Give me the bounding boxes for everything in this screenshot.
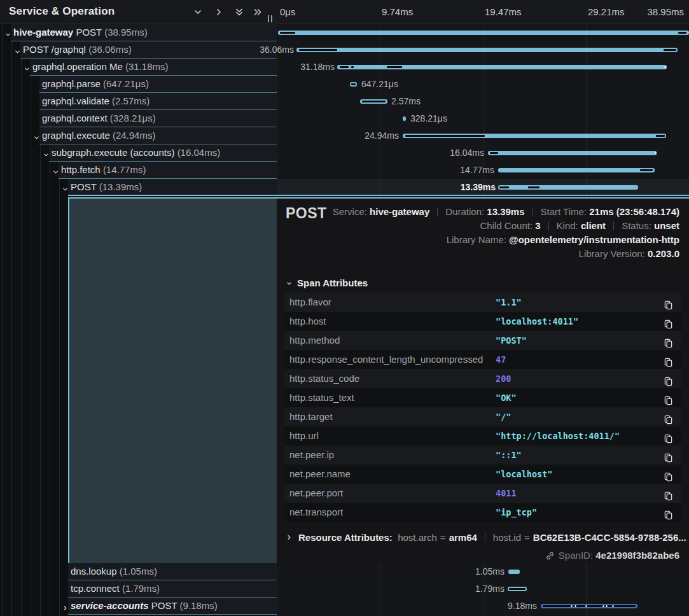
span-bar[interactable] xyxy=(360,99,387,104)
span-row[interactable]: POST /graphql (36.06ms)36.06ms xyxy=(0,41,689,59)
span-bar[interactable] xyxy=(403,134,666,138)
span-row[interactable]: subgraph.execute (accounts) (16.04ms)16.… xyxy=(0,144,689,162)
chevron-down-icon[interactable] xyxy=(14,46,21,53)
span-attributes-section-toggle[interactable]: Span Attributes xyxy=(286,277,368,288)
child-span-tick xyxy=(528,186,539,188)
span-bar[interactable] xyxy=(498,185,638,190)
attribute-key: http.flavor xyxy=(289,293,331,312)
span-duration: (38.95ms) xyxy=(104,27,148,38)
child-span-tick xyxy=(280,32,295,34)
span-row[interactable]: graphql.validate (2.57ms)2.57ms xyxy=(0,93,689,110)
attribute-key: http.target xyxy=(289,407,333,426)
resource-attribute-value: BC62E13B-C4CC-5854-9788-256... xyxy=(533,532,686,543)
span-row[interactable]: service-accounts POST (9.18ms)9.18ms xyxy=(0,598,689,615)
copy-icon[interactable] xyxy=(664,450,674,460)
bar-duration-label: 24.94ms xyxy=(365,127,399,144)
copy-icon[interactable] xyxy=(664,431,674,441)
span-name: graphql.context (328.21μs) xyxy=(42,110,156,127)
chevron-down-icon[interactable] xyxy=(24,64,31,71)
span-bar[interactable] xyxy=(278,31,689,35)
attribute-key: net.transport xyxy=(289,503,343,522)
child-span-tick xyxy=(299,49,337,51)
span-bar[interactable] xyxy=(508,587,527,591)
span-row[interactable]: http.fetch (14.77ms)14.77ms xyxy=(0,162,689,179)
child-span-tick xyxy=(499,186,509,188)
expand-all-icon[interactable] xyxy=(253,7,264,17)
span-row[interactable]: hive-gateway POST (38.95ms) xyxy=(0,24,689,41)
attribute-row: http.host"localhost:4011" xyxy=(284,312,681,331)
attribute-row: http.response_content_length_uncompresse… xyxy=(284,350,681,369)
copy-icon[interactable] xyxy=(664,374,674,384)
child-span-tick xyxy=(351,66,354,68)
copy-icon[interactable] xyxy=(664,297,674,307)
copy-icon[interactable] xyxy=(664,393,674,403)
chevron-down-icon[interactable] xyxy=(52,167,59,174)
bar-duration-label: 2.57ms xyxy=(391,93,421,110)
column-resize-handle[interactable] xyxy=(268,15,274,23)
bar-duration-label: 31.18ms xyxy=(300,59,335,76)
span-row[interactable]: graphql.context (328.21μs)328.21μs xyxy=(0,110,689,127)
span-bar[interactable] xyxy=(350,82,357,87)
span-name: graphql.parse (647.21μs) xyxy=(42,76,149,93)
span-bar[interactable] xyxy=(508,570,520,574)
span-bar[interactable] xyxy=(296,48,678,52)
span-attributes-table: http.flavor"1.1"http.host"localhost:4011… xyxy=(284,293,681,522)
collapse-all-icon[interactable] xyxy=(234,7,246,17)
attribute-row: http.status_text"OK" xyxy=(284,388,681,407)
span-bar[interactable] xyxy=(488,151,657,155)
span-name: graphql.execute (24.94ms) xyxy=(42,127,155,144)
span-row[interactable]: graphql.parse (647.21μs)647.21μs xyxy=(0,76,689,93)
span-bar[interactable] xyxy=(541,604,637,608)
span-name: POST (13.39ms) xyxy=(71,179,142,196)
operation-name: POST /graphql xyxy=(23,44,88,55)
chevron-down-icon[interactable] xyxy=(33,132,40,139)
span-bar[interactable] xyxy=(498,168,655,172)
collapse-one-icon[interactable] xyxy=(193,7,204,17)
copy-icon[interactable] xyxy=(664,507,674,517)
operation-name: graphql.validate xyxy=(42,95,112,106)
chevron-down-icon[interactable] xyxy=(62,184,69,191)
span-name: dns.lookup (1.05ms) xyxy=(71,563,157,580)
attribute-row: http.url"http://localhost:4011/" xyxy=(284,426,681,445)
span-row[interactable]: graphql.operation Me (31.18ms)31.18ms xyxy=(0,59,689,76)
child-span-tick xyxy=(656,135,665,137)
span-bar[interactable] xyxy=(337,65,667,69)
span-bar[interactable] xyxy=(403,116,406,121)
copy-icon[interactable] xyxy=(664,335,674,346)
expand-one-icon[interactable] xyxy=(214,7,225,17)
span-duration: (16.04ms) xyxy=(177,147,221,158)
resource-attributes-toggle[interactable]: Resource Attributes: host.arch=arm64host… xyxy=(286,532,686,543)
copy-icon[interactable] xyxy=(664,316,674,326)
copy-icon[interactable] xyxy=(664,354,674,365)
span-row[interactable]: POST (13.39ms)13.39ms xyxy=(0,179,689,196)
attribute-row: http.flavor"1.1" xyxy=(284,293,681,312)
span-row[interactable]: tcp.connect (1.79ms)1.79ms xyxy=(0,580,689,598)
chevron-down-icon[interactable] xyxy=(43,150,50,157)
attribute-value: "OK" xyxy=(496,388,517,407)
operation-name: tcp.connect xyxy=(71,583,122,594)
span-name: tcp.connect (1.79ms) xyxy=(71,580,160,598)
bar-duration-label: 1.05ms xyxy=(475,563,505,580)
child-span-dot xyxy=(602,605,604,607)
link-icon[interactable] xyxy=(545,551,555,561)
timeline-ruler[interactable]: 0μs9.74ms19.47ms29.21ms38.95ms xyxy=(277,0,689,24)
span-id: SpanID: 4e21998f3b82abe6 xyxy=(545,550,679,561)
copy-icon[interactable] xyxy=(664,469,674,479)
chevron-right-icon[interactable] xyxy=(62,603,69,610)
span-row[interactable]: dns.lookup (1.05ms)1.05ms xyxy=(0,563,689,580)
chevron-down-icon[interactable] xyxy=(4,29,11,36)
detail-meta-value: 21ms (23:56:48.174) xyxy=(589,206,679,217)
span-duration: (31.18ms) xyxy=(125,61,169,72)
attribute-key: http.method xyxy=(289,331,340,350)
copy-icon[interactable] xyxy=(664,412,674,422)
child-span-dot xyxy=(585,605,587,607)
bar-duration-label: 328.21μs xyxy=(410,110,447,127)
copy-icon[interactable] xyxy=(664,488,674,498)
ruler-tick: 38.95ms xyxy=(647,6,684,17)
span-row[interactable]: graphql.execute (24.94ms)24.94ms xyxy=(0,127,689,144)
span-attributes-title: Span Attributes xyxy=(297,277,368,288)
bar-end-dot xyxy=(655,152,657,154)
attribute-value: "localhost:4011" xyxy=(496,312,578,331)
selected-row-underline xyxy=(68,195,689,196)
operation-name: graphql.context xyxy=(42,113,110,123)
